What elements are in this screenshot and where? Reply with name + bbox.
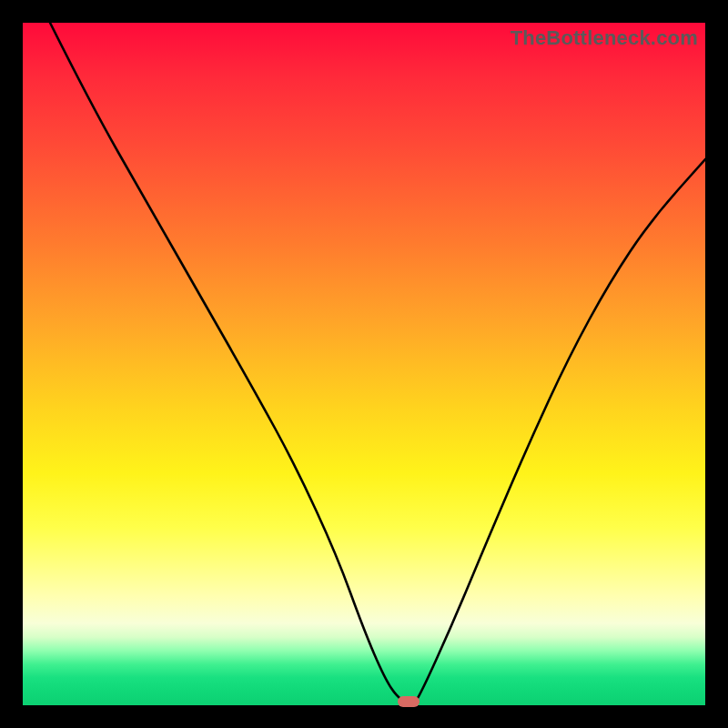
chart-frame: TheBottleneck.com (0, 0, 728, 728)
curve-layer (23, 23, 705, 705)
plot-area: TheBottleneck.com (23, 23, 705, 705)
bottleneck-curve (50, 23, 705, 703)
min-marker (398, 696, 420, 707)
